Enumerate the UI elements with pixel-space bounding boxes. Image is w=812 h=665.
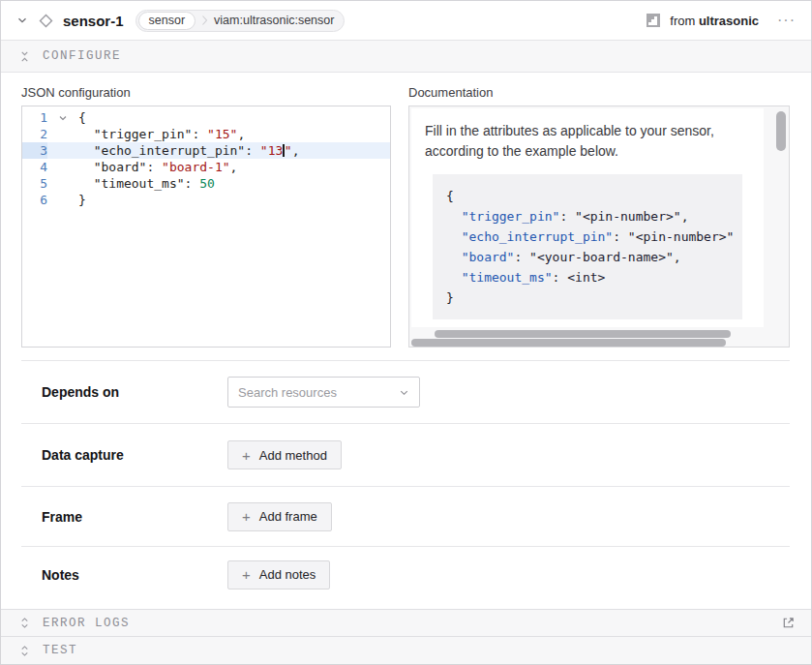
error-logs-section-bar[interactable]: ERROR LOGS: [1, 609, 811, 636]
expand-section-icon[interactable]: [19, 617, 30, 629]
depends-on-placeholder: Search resources: [238, 385, 399, 400]
add-method-button[interactable]: + Add method: [227, 440, 342, 469]
json-editor[interactable]: 1 { 2 "trigger_pin": "15", 3: [21, 106, 391, 348]
error-logs-title: ERROR LOGS: [43, 617, 130, 630]
configure-title: CONFIGURE: [43, 49, 121, 63]
editor-line: 4 "board": "board-1",: [22, 159, 390, 175]
horizontal-scrollbar-inner[interactable]: [435, 330, 731, 338]
plus-icon: +: [242, 509, 251, 524]
json-config-panel: JSON configuration 1 { 2 "trigger_pin": …: [21, 85, 391, 348]
component-header: sensor-1 sensor viam:ultrasonic:sensor f…: [1, 1, 811, 41]
open-in-new-icon[interactable]: [781, 616, 796, 630]
editor-line: 1 {: [22, 109, 390, 126]
plus-icon: +: [242, 448, 251, 463]
line-number: 4: [22, 159, 47, 175]
documentation-panel: Fill in the attributes as applicable to …: [408, 106, 790, 348]
component-diamond-icon: [38, 13, 54, 29]
collapse-section-icon[interactable]: [19, 50, 30, 63]
plus-icon: +: [242, 567, 251, 582]
data-capture-label: Data capture: [42, 447, 227, 463]
editor-line: 5 "timeout_ms": 50: [22, 175, 390, 192]
component-type-badge: sensor viam:ultrasonic:sensor: [135, 10, 346, 32]
documentation-label: Documentation: [408, 85, 790, 100]
type-chip: sensor: [138, 12, 196, 30]
module-icon: [646, 13, 661, 28]
add-frame-button[interactable]: + Add frame: [227, 502, 332, 531]
editor-line: 2 "trigger_pin": "15",: [22, 126, 390, 142]
documentation-content: Fill in the attributes as applicable to …: [411, 108, 764, 327]
line-number: 2: [22, 126, 47, 142]
expand-section-icon[interactable]: [19, 645, 30, 657]
configure-section-bar[interactable]: CONFIGURE: [1, 41, 811, 73]
documentation-intro: Fill in the attributes as applicable to …: [425, 121, 750, 162]
test-section-bar[interactable]: TEST: [1, 636, 811, 664]
documentation-panel-wrap: Documentation Fill in the attributes as …: [408, 85, 790, 348]
chevron-down-icon: [399, 387, 409, 398]
frame-label: Frame: [42, 509, 227, 525]
line-number: 1: [22, 109, 47, 126]
depends-on-label: Depends on: [42, 384, 227, 400]
add-notes-button[interactable]: + Add notes: [227, 560, 330, 589]
configure-body: JSON configuration 1 { 2 "trigger_pin": …: [1, 73, 811, 602]
notes-label: Notes: [42, 567, 227, 583]
editor-line: 6 }: [22, 192, 390, 208]
depends-on-select[interactable]: Search resources: [227, 377, 420, 408]
line-number: 5: [22, 175, 47, 192]
horizontal-scrollbar-outer[interactable]: [411, 339, 726, 347]
overflow-menu-button[interactable]: ···: [775, 13, 797, 28]
data-capture-row: Data capture + Add method: [21, 423, 790, 486]
test-title: TEST: [43, 644, 77, 657]
from-module-text: from ultrasonic: [670, 14, 759, 28]
component-name: sensor-1: [63, 13, 124, 29]
notes-row: Notes + Add notes: [21, 546, 790, 602]
collapse-chevron-icon[interactable]: [16, 15, 28, 26]
depends-on-row: Depends on Search resources: [21, 360, 790, 423]
documentation-code-block: { "trigger_pin": "<pin-number>", "echo_i…: [433, 174, 742, 319]
line-number: 3: [22, 142, 47, 159]
frame-row: Frame + Add frame: [21, 486, 790, 546]
line-number: 6: [22, 192, 47, 208]
fold-chevron-icon[interactable]: [47, 109, 78, 126]
model-label: viam:ultrasonic:sensor: [214, 14, 334, 27]
editor-line-active: 3 "echo_interrupt_pin": "13",: [22, 142, 390, 159]
component-card: sensor-1 sensor viam:ultrasonic:sensor f…: [0, 0, 812, 665]
vertical-scrollbar[interactable]: [776, 111, 786, 151]
badge-separator-chevron-icon: [201, 15, 208, 26]
json-config-label: JSON configuration: [21, 85, 391, 100]
